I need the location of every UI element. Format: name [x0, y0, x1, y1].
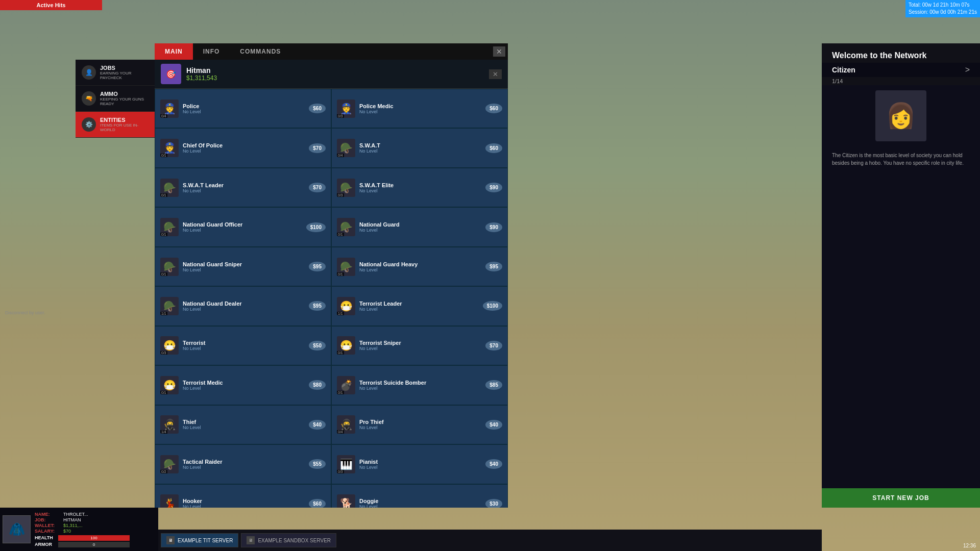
job-level-14: No Level	[183, 386, 309, 391]
tab-main[interactable]: MAIN	[155, 43, 193, 60]
job-name-10: National Guard Dealer	[183, 300, 309, 307]
job-name-4: S.W.A.T Leader	[183, 182, 309, 188]
job-info-2: Chief Of Police No Level	[183, 142, 309, 154]
job-price-19: $40	[485, 459, 502, 469]
job-price-3: $60	[485, 143, 502, 153]
tab-commands[interactable]: COMMANDS	[230, 43, 291, 60]
job-item-9[interactable]: 🪖 0/1 National Guard Heavy No Level $95	[331, 247, 508, 286]
armor-label: ARMOR	[35, 542, 55, 547]
job-name-14: Terrorist Medic	[183, 380, 309, 386]
job-item-12[interactable]: 😷 0/3 Terrorist No Level $50	[155, 326, 331, 365]
network-panel: Welcome to the Network Citizen > 1/14 👩 …	[822, 43, 980, 508]
jobs-close-button[interactable]: ✕	[489, 69, 502, 79]
job-info-21: Doggie No Level	[359, 498, 485, 508]
start-new-job-button[interactable]: START NEW JOB	[822, 488, 980, 508]
jobs-icon: 👤	[82, 65, 96, 80]
job-name-6: National Guard Officer	[183, 221, 306, 228]
job-item-0[interactable]: 👮 0/4 Police No Level $60	[155, 89, 331, 128]
citizen-avatar: 👩	[875, 90, 926, 141]
job-item-10[interactable]: 🪖 1/1 National Guard Dealer No Level $95	[155, 286, 331, 325]
job-item-6[interactable]: 🪖 0/1 National Guard Officer No Level $1…	[155, 207, 331, 246]
job-item-1[interactable]: 👮 0/3 Police Medic No Level $60	[331, 89, 508, 128]
sidebar-entities-sub: ITEMS FOR USE IN-WORLD	[100, 123, 149, 132]
panel-tab-bar: MAIN INFO COMMANDS ✕	[155, 43, 508, 60]
job-price-7: $90	[485, 222, 502, 232]
network-title: Welcome to the Network	[822, 43, 980, 63]
job-name-9: National Guard Heavy	[359, 261, 485, 267]
job-name-3: S.W.A.T	[359, 142, 485, 148]
sidebar-entities-label: ENTITIES	[100, 117, 149, 123]
job-item-15[interactable]: 💣 0/1 Terrorist Suicide Bomber No Level …	[331, 365, 508, 405]
job-item-4[interactable]: 🪖 0/1 S.W.A.T Leader No Level $70	[155, 168, 331, 207]
salary-label: SALARY:	[35, 529, 63, 534]
job-count-9: 0/1	[337, 272, 344, 276]
job-item-11[interactable]: 😷 1/1 Terrorist Leader No Level $100	[331, 286, 508, 325]
job-price-2: $70	[309, 143, 326, 153]
job-portrait-14: 😷 0/1	[160, 376, 179, 394]
job-level-21: No Level	[359, 504, 485, 508]
job-portrait-11: 😷 1/1	[337, 297, 355, 315]
job-item-16[interactable]: 🥷 1/4 Thief No Level $40	[155, 405, 331, 444]
player-info-panel: 🧥 NAME: THROLET... JOB: HITMAN WALLET: $…	[0, 508, 158, 551]
sidebar-item-entities[interactable]: ⚙️ ENTITIES ITEMS FOR USE IN-WORLD	[76, 112, 155, 138]
job-info-8: National Guard Sniper No Level	[183, 261, 309, 272]
job-price-1: $60	[485, 104, 502, 113]
job-level-11: No Level	[359, 307, 483, 312]
job-label: JOB:	[35, 517, 63, 522]
citizen-progress: 1/14	[822, 77, 980, 85]
job-info-19: Pianist No Level	[359, 459, 485, 470]
server-label-1: EXAMPLE SANDBOX SERVER	[258, 538, 331, 543]
active-hits-bar: Active Hits	[0, 0, 102, 10]
job-item-13[interactable]: 😷 0/1 Terrorist Sniper No Level $70	[331, 326, 508, 365]
health-value: 100	[58, 535, 130, 541]
job-item-17[interactable]: 🥷 0/4 Pro Thief No Level $40	[331, 405, 508, 444]
tab-info[interactable]: INFO	[193, 43, 230, 60]
job-price-5: $90	[485, 183, 502, 192]
job-level-9: No Level	[359, 267, 485, 272]
job-item-14[interactable]: 😷 0/1 Terrorist Medic No Level $80	[155, 365, 331, 405]
job-portrait-5: 🪖 0/3	[337, 179, 355, 197]
health-label: HEALTH	[35, 535, 55, 540]
job-level-7: No Level	[359, 228, 485, 233]
job-info-3: S.W.A.T No Level	[359, 142, 485, 154]
server-tabs: 🖥 EXAMPLE TIT SERVER 🖥 EXAMPLE SANDBOX S…	[156, 530, 822, 551]
job-portrait-13: 😷 0/1	[337, 336, 355, 355]
job-item-21[interactable]: 🐕 0/1 Doggie No Level $30	[331, 484, 508, 508]
sidebar-item-jobs[interactable]: 👤 JOBS EARNING YOUR PAYCHECK	[76, 60, 155, 86]
job-level-3: No Level	[359, 148, 485, 154]
job-count-8: 0/1	[160, 272, 167, 276]
job-info-12: Terrorist No Level	[183, 340, 309, 351]
job-price-12: $50	[309, 341, 326, 350]
job-portrait-1: 👮 0/3	[337, 99, 355, 118]
job-name-18: Tactical Raider	[183, 459, 309, 465]
panel-close-button[interactable]: ✕	[493, 46, 505, 57]
job-item-19[interactable]: 🎹 0/3 Pianist No Level $40	[331, 444, 508, 484]
job-item-3[interactable]: 🪖 0/4 S.W.A.T No Level $60	[331, 128, 508, 167]
job-level-16: No Level	[183, 425, 309, 430]
job-name-2: Chief Of Police	[183, 142, 309, 148]
job-item-7[interactable]: 🪖 0/1 National Guard No Level $90	[331, 207, 508, 246]
job-level-2: No Level	[183, 148, 309, 154]
job-item-20[interactable]: 💃 0/2 Hooker No Level $60	[155, 484, 331, 508]
server-tab-1[interactable]: 🖥 EXAMPLE SANDBOX SERVER	[241, 533, 336, 547]
job-info-7: National Guard No Level	[359, 221, 485, 233]
job-name-15: Terrorist Suicide Bomber	[359, 380, 485, 386]
citizen-avatar-area: 👩	[822, 85, 980, 146]
citizen-arrow[interactable]: >	[965, 65, 970, 74]
server-tab-0[interactable]: 🖥 EXAMPLE TIT SERVER	[161, 533, 238, 547]
job-price-17: $40	[485, 420, 502, 430]
job-item-8[interactable]: 🪖 0/1 National Guard Sniper No Level $95	[155, 247, 331, 286]
jobs-money: $1,311,543	[186, 74, 217, 82]
job-item-5[interactable]: 🪖 0/3 S.W.A.T Elite No Level $90	[331, 168, 508, 207]
sidebar-item-ammo[interactable]: 🔫 AMMO KEEPING YOUR GUNS READY	[76, 86, 155, 112]
job-count-14: 0/1	[160, 391, 167, 394]
job-item-18[interactable]: 🪖 0/2 Tactical Raider No Level $55	[155, 444, 331, 484]
job-count-16: 1/4	[160, 430, 167, 434]
jobs-title: Hitman	[186, 66, 217, 74]
job-level-19: No Level	[359, 465, 485, 470]
job-info-0: Police No Level	[183, 103, 309, 114]
entities-icon: ⚙️	[82, 117, 96, 132]
job-count-12: 0/3	[160, 351, 167, 355]
job-item-2[interactable]: 👮 0/1 Chief Of Police No Level $70	[155, 128, 331, 167]
job-count-19: 0/3	[337, 470, 344, 473]
